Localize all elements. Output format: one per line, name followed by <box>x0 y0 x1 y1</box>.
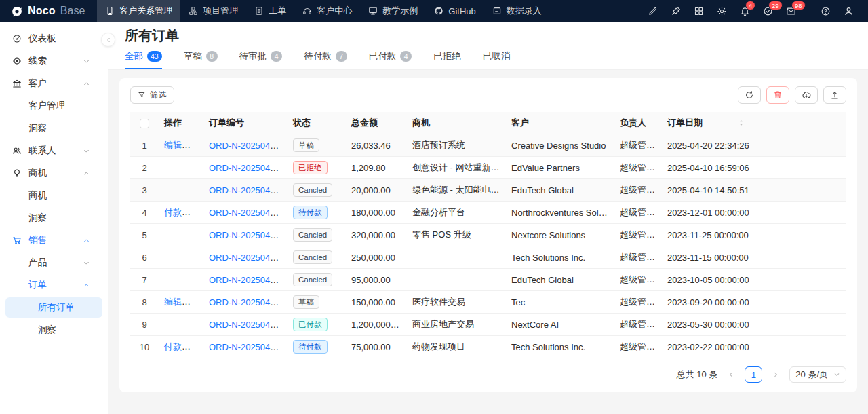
headset-icon <box>302 6 312 16</box>
tab-draft[interactable]: 草稿8 <box>184 46 218 69</box>
sidebar-item-label: 商机 <box>28 189 47 202</box>
sidebar-item-sales[interactable]: 销售 <box>5 230 102 250</box>
tab-all[interactable]: 全部43 <box>125 46 162 69</box>
cell-owner: 超级管理员 <box>614 336 662 358</box>
row-action-link[interactable]: 付款 <box>164 207 182 217</box>
sidebar-item-opportunity-insights[interactable]: 洞察 <box>5 208 102 228</box>
pagination-next-button[interactable] <box>768 366 784 383</box>
settings-button[interactable] <box>711 3 732 19</box>
cell-owner: 超级管理员 <box>614 291 662 314</box>
navbar-menu-item-work-orders[interactable]: 工单 <box>246 0 294 22</box>
cell-order-no: ORD-N-2025042000016 <box>203 202 288 224</box>
cell-order-no: ORD-N-2025042000019 <box>203 246 288 269</box>
order-number-link[interactable]: ORD-N-2025042000010 <box>209 275 288 285</box>
sidebar-item-dashboard[interactable]: 仪表板 <box>5 29 102 49</box>
cell-opportunity <box>407 269 506 291</box>
apps-button[interactable] <box>688 3 709 19</box>
tasks-button[interactable]: 29 <box>757 3 778 19</box>
tab-label: 已取消 <box>483 50 511 62</box>
nocobase-logo[interactable]: NocoBase <box>9 4 85 18</box>
help-button[interactable] <box>815 3 835 19</box>
export-button[interactable] <box>795 86 818 104</box>
page-size-select[interactable]: 20 条/页 <box>789 366 846 383</box>
table-header-row: 操作订单编号状态总金额商机客户负责人订单日期 <box>130 112 846 134</box>
delete-button[interactable] <box>766 86 789 104</box>
tab-rejected[interactable]: 已拒绝 <box>433 46 461 69</box>
tab-label: 已付款 <box>369 50 397 62</box>
row-action-link[interactable]: 编辑 <box>164 297 182 307</box>
navbar-menu-item-data-entry[interactable]: 数据录入 <box>484 0 550 22</box>
sidebar-item-opportunities[interactable]: 商机 <box>5 163 102 183</box>
order-number-link[interactable]: ORD-N-2025042000019 <box>209 252 288 263</box>
column-header-label: 商机 <box>412 117 430 128</box>
column-header-label: 订单日期 <box>667 117 703 129</box>
refresh-button[interactable] <box>738 86 761 104</box>
select-all-checkbox[interactable] <box>140 119 149 128</box>
highlighter-button[interactable] <box>642 3 663 19</box>
cell-status: 草稿 <box>288 291 346 314</box>
tab-pending-approval[interactable]: 待审批4 <box>239 46 283 69</box>
chevron-down-icon <box>833 371 840 378</box>
cell-actions: 付款取消 <box>159 336 203 358</box>
tab-cancelled[interactable]: 已取消 <box>483 46 511 69</box>
highlighter-icon <box>648 6 658 16</box>
row-action-link[interactable]: 取消 <box>189 207 203 217</box>
cell-date: 2023-12-01 00:00:00 <box>662 202 846 224</box>
brand-name-light: Base <box>60 5 85 17</box>
pagination-page-1[interactable]: 1 <box>745 366 762 383</box>
pen-button[interactable] <box>665 3 686 19</box>
navbar-menu-item-customer-center[interactable]: 客户中心 <box>294 0 360 22</box>
navbar-menu-item-project-management[interactable]: 项目管理 <box>180 0 246 22</box>
row-action-link[interactable]: 取消 <box>189 140 203 150</box>
cell-actions <box>159 246 203 269</box>
sidebar-item-customers[interactable]: 客户 <box>5 73 102 94</box>
cell-customer: Tech Solutions Inc. <box>506 246 614 269</box>
tab-pending-payment[interactable]: 待付款7 <box>304 46 347 69</box>
navbar-menu-item-github[interactable]: GitHub <box>426 0 484 22</box>
cell-actions: 编辑取消 <box>159 134 203 157</box>
notifications-button[interactable]: 4 <box>734 3 755 19</box>
cell-actions: 编辑取消 <box>159 291 203 314</box>
pagination-prev-button[interactable] <box>723 366 739 383</box>
cell-order-no: ORD-N-2025042000010 <box>203 269 288 291</box>
order-number-link[interactable]: ORD-N-2025042000006 <box>209 140 288 151</box>
column-header-label: 状态 <box>293 117 311 128</box>
sidebar-item-customer-management[interactable]: 客户管理 <box>5 96 102 116</box>
import-button[interactable] <box>823 86 846 104</box>
user-button[interactable] <box>838 3 859 19</box>
row-action-link[interactable]: 取消 <box>189 297 203 307</box>
sidebar-item-contacts[interactable]: 联系人 <box>5 140 102 161</box>
order-number-link[interactable]: ORD-N-2025042000009 <box>209 185 288 195</box>
column-header-select <box>130 112 159 134</box>
order-number-link[interactable]: ORD-N-2025042000021 <box>209 163 288 173</box>
order-number-link[interactable]: ORD-N-2025042000018 <box>209 320 288 330</box>
sidebar-collapse-button[interactable] <box>101 33 115 47</box>
sidebar-item-leads[interactable]: 线索 <box>5 51 102 71</box>
row-action-link[interactable]: 付款 <box>164 341 182 352</box>
row-action-link[interactable]: 取消 <box>189 341 203 352</box>
order-number-link[interactable]: ORD-N-2025042000016 <box>209 208 288 218</box>
sidebar-item-all-orders[interactable]: 所有订单 <box>5 297 102 318</box>
order-number-link[interactable]: ORD-N-2025042000001 <box>209 297 288 307</box>
sidebar-item-order-insights[interactable]: 洞察 <box>5 320 102 340</box>
navbar-menu-item-label: 教学示例 <box>382 5 418 17</box>
table-row: 7ORD-N-2025042000010Cancled95,000.00EduT… <box>130 269 846 291</box>
order-number-link[interactable]: ORD-N-2025042000007 <box>209 342 288 352</box>
sidebar-item-customer-insights[interactable]: 洞察 <box>5 118 102 138</box>
column-header-date[interactable]: 订单日期 <box>662 112 846 134</box>
order-number-link[interactable]: ORD-N-2025042000012 <box>209 230 288 240</box>
sidebar-item-orders[interactable]: 订单 <box>5 275 102 295</box>
column-header-status: 状态 <box>288 112 346 134</box>
row-action-link[interactable]: 编辑 <box>164 140 182 150</box>
sidebar-item-products[interactable]: 产品 <box>5 252 102 273</box>
filter-button[interactable]: 筛选 <box>130 86 174 104</box>
pagination: 总共 10 条 1 20 条/页 <box>130 366 846 383</box>
messages-button[interactable]: 98 <box>781 3 801 19</box>
navbar-menu-item-crm[interactable]: 客户关系管理 <box>97 0 180 22</box>
sidebar-item-opportunity-list[interactable]: 商机 <box>5 185 102 206</box>
navbar-menu-item-tutorial[interactable]: 教学示例 <box>360 0 426 22</box>
tab-count-badge: 8 <box>206 51 218 62</box>
row-index: 5 <box>130 224 159 246</box>
tab-paid[interactable]: 已付款4 <box>369 46 412 69</box>
cell-status: Cancled <box>288 179 346 202</box>
